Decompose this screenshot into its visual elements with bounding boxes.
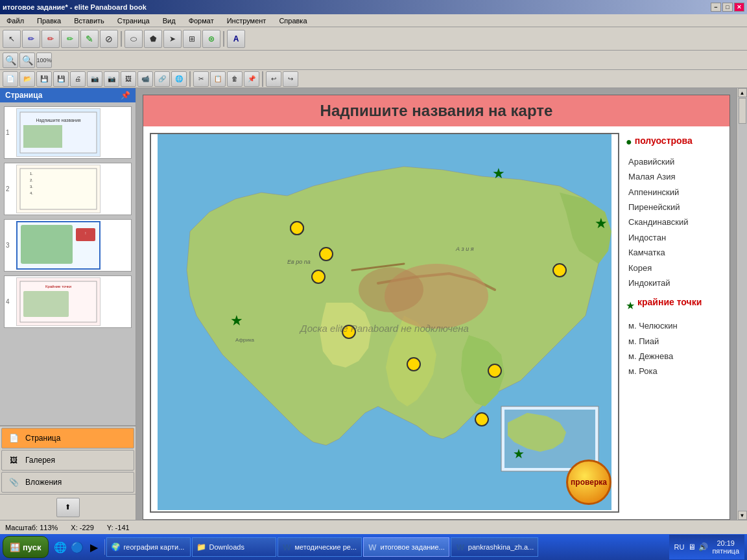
panel-item-7: Камчатка bbox=[626, 245, 723, 260]
panel-item-10: м. Челюскин bbox=[626, 318, 723, 333]
tool-copy[interactable]: 📋 bbox=[210, 71, 226, 87]
tool-web[interactable]: 🌐 bbox=[171, 71, 187, 87]
page-thumb-4[interactable]: 4 Крайние точки bbox=[4, 275, 132, 328]
tool-shape5[interactable]: ⊛ bbox=[202, 30, 220, 48]
vertical-scrollbar[interactable]: ▲ ▼ bbox=[737, 88, 747, 520]
menu-edit[interactable]: Правка bbox=[33, 16, 65, 26]
separator-3 bbox=[189, 71, 191, 87]
separator-2 bbox=[223, 31, 224, 47]
taskbar-item-current[interactable]: W итоговое задание... bbox=[363, 537, 449, 557]
close-button[interactable]: ✕ bbox=[734, 3, 744, 12]
tool-save2[interactable]: 💾 bbox=[53, 71, 69, 87]
scroll-thumb[interactable] bbox=[739, 98, 746, 124]
tool-shape4[interactable]: ⊞ bbox=[183, 30, 201, 48]
verify-button[interactable]: проверка bbox=[566, 460, 611, 505]
page-thumb-3[interactable]: 3 ! bbox=[4, 219, 132, 272]
svg-point-31 bbox=[407, 358, 420, 371]
tool-text[interactable]: A bbox=[227, 30, 245, 48]
slide-body: Ев ро па А з и я Африка bbox=[143, 126, 729, 519]
quicklaunch-browser[interactable]: 🔵 bbox=[69, 539, 85, 555]
start-button[interactable]: 🪟 пуск bbox=[3, 536, 49, 558]
menu-page[interactable]: Страница bbox=[113, 16, 154, 26]
tool-paste[interactable]: 📌 bbox=[244, 71, 259, 87]
taskbar-item-word2[interactable]: W pankrashkina_zh.a... bbox=[451, 537, 539, 557]
tool-undo[interactable]: ↩ bbox=[266, 71, 281, 87]
page-icon: 📄 bbox=[7, 432, 20, 445]
tool-pen[interactable]: ✏ bbox=[22, 30, 40, 48]
tool-cam[interactable]: 📷 bbox=[87, 71, 102, 87]
map-area[interactable]: Ев ро па А з и я Африка bbox=[150, 133, 619, 513]
svg-text:!: ! bbox=[85, 231, 86, 235]
scroll-down[interactable]: ▼ bbox=[738, 511, 747, 520]
gallery-icon: 🖼 bbox=[7, 454, 20, 467]
panel-item-6: Индостан bbox=[626, 230, 723, 245]
taskbar-item-word1[interactable]: W методические ре... bbox=[278, 537, 362, 557]
tool-cam2[interactable]: 📷 bbox=[104, 71, 119, 87]
tool-open[interactable]: 📂 bbox=[19, 71, 35, 87]
tool-redo[interactable]: ↪ bbox=[283, 71, 298, 87]
tool-zoom-in[interactable]: 🔍 bbox=[19, 52, 35, 68]
svg-text:Надпишите названия: Надпишите названия bbox=[36, 118, 80, 123]
upload-button[interactable]: ⬆ bbox=[56, 498, 80, 517]
folder-icon: 📁 bbox=[196, 542, 207, 552]
menu-insert[interactable]: Вставить bbox=[70, 16, 108, 26]
taskbar-right: RU 🖥 🔊 20:19 пятница bbox=[669, 535, 744, 559]
scroll-up[interactable]: ▲ bbox=[738, 88, 747, 97]
tool-print[interactable]: 🖨 bbox=[70, 71, 86, 87]
tool-pen2[interactable]: ✏ bbox=[42, 30, 60, 48]
tool-shape2[interactable]: ⬟ bbox=[144, 30, 162, 48]
tool-save[interactable]: 💾 bbox=[36, 71, 52, 87]
page-thumbnails[interactable]: 1 Надпишите названия 2 bbox=[0, 102, 136, 425]
clock: 20:19 пятница bbox=[712, 539, 739, 555]
taskbar-item-geo[interactable]: 🌍 география карти... bbox=[106, 537, 191, 557]
tool-pen4[interactable]: ✎ bbox=[80, 30, 99, 48]
tool-pen3[interactable]: ✏ bbox=[61, 30, 79, 48]
content-wrap: Надпишите названия на карте bbox=[136, 88, 747, 520]
titlebar: итоговое задание* - elite Panaboard book… bbox=[0, 0, 747, 14]
separator-4 bbox=[262, 71, 263, 87]
menu-format[interactable]: Формат bbox=[185, 16, 218, 26]
tool-delete[interactable]: 🗑 bbox=[227, 71, 243, 87]
scroll-track[interactable] bbox=[738, 97, 747, 511]
pin-icon[interactable]: 📌 bbox=[121, 91, 130, 100]
sidebar-btn-gallery[interactable]: 🖼 Галерея bbox=[1, 450, 134, 471]
slide-header: Надпишите названия на карте bbox=[143, 95, 729, 126]
tool-arrow[interactable]: ↖ bbox=[3, 30, 21, 48]
tool-shape1[interactable]: ⬭ bbox=[124, 30, 143, 48]
sidebar-btn-attachments[interactable]: 📎 Вложения bbox=[1, 472, 134, 493]
content-area[interactable]: Надпишите названия на карте bbox=[136, 88, 737, 520]
tool-img[interactable]: 🖼 bbox=[121, 71, 136, 87]
svg-text:3.: 3. bbox=[30, 185, 33, 189]
section2-star: ★ bbox=[626, 297, 635, 316]
tool-link[interactable]: 🔗 bbox=[154, 71, 170, 87]
panel-item-4: Пиренейский bbox=[626, 200, 723, 215]
sidebar-upload: ⬆ bbox=[0, 494, 136, 520]
page-thumb-2[interactable]: 2 1. 2. 3. 4. bbox=[4, 163, 132, 215]
tool-zoom-out[interactable]: 🔍 bbox=[3, 52, 18, 68]
tool-shape3[interactable]: ➤ bbox=[163, 30, 182, 48]
quicklaunch-media[interactable]: ▶ bbox=[86, 539, 102, 555]
svg-point-28 bbox=[320, 248, 333, 261]
menu-help[interactable]: Справка bbox=[275, 16, 311, 26]
sidebar-btn-page[interactable]: 📄 Страница bbox=[1, 428, 134, 449]
tool-cut[interactable]: ✂ bbox=[193, 71, 209, 87]
taskbar-item-downloads[interactable]: 📁 Downloads bbox=[192, 537, 276, 557]
menu-view[interactable]: Вид bbox=[159, 16, 180, 26]
tool-new[interactable]: 📄 bbox=[3, 71, 18, 87]
taskbar: 🪟 пуск 🌐 🔵 ▶ 🌍 география карти... 📁 Down… bbox=[0, 534, 747, 560]
svg-point-20 bbox=[359, 267, 423, 312]
svg-text:4.: 4. bbox=[30, 191, 33, 195]
tool-eraser[interactable]: ⊘ bbox=[100, 30, 118, 48]
minimize-button[interactable]: − bbox=[711, 3, 721, 12]
tool-video[interactable]: 📹 bbox=[137, 71, 153, 87]
tool-zoom-100[interactable]: 100% bbox=[36, 52, 52, 68]
panel-item-1: Аравийский bbox=[626, 154, 723, 169]
language-indicator: RU bbox=[674, 543, 685, 551]
svg-text:Крайние точки: Крайние точки bbox=[45, 285, 71, 288]
menu-file[interactable]: Файл bbox=[3, 16, 28, 26]
menu-tool[interactable]: Инструмент bbox=[223, 16, 270, 26]
page-thumb-1[interactable]: 1 Надпишите названия bbox=[4, 106, 132, 159]
svg-text:Африка: Африка bbox=[235, 337, 255, 343]
maximize-button[interactable]: □ bbox=[722, 3, 733, 12]
quicklaunch-ie[interactable]: 🌐 bbox=[53, 539, 68, 555]
